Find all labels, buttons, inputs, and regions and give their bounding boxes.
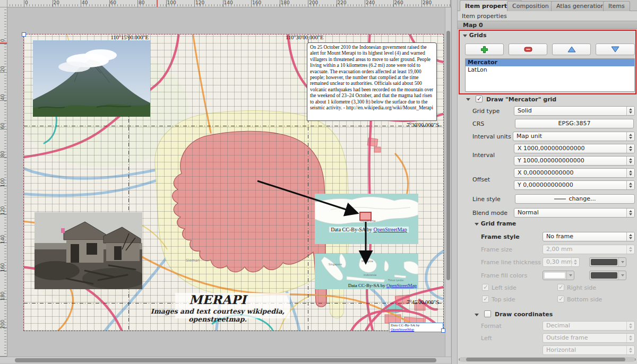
bottom-side-checkbox xyxy=(557,296,564,302)
bottom-side-label: Bottom side xyxy=(567,296,602,303)
blend-mode-combo[interactable]: Normal xyxy=(514,208,635,218)
spinner-icon xyxy=(626,346,634,354)
frame-style-combo[interactable]: No frame xyxy=(543,232,635,241)
remove-grid-button[interactable] xyxy=(509,44,547,55)
composition-page[interactable]: Sleman 110°15'00.000"E 110°30'00.000"E 7… xyxy=(24,34,443,331)
left-frame-value: Outside frame xyxy=(546,334,588,341)
arrow-down-icon xyxy=(611,46,619,53)
grid-type-combo[interactable]: Solid xyxy=(514,106,635,116)
color-swatch-white xyxy=(544,272,565,279)
town-label-sleman: Sleman xyxy=(186,258,200,263)
frame-size-label: Frame size xyxy=(481,246,512,253)
move-grid-up-button[interactable] xyxy=(552,44,591,55)
panel-splitter[interactable] xyxy=(451,0,458,364)
inset1-osm-link[interactable]: OpenStreetMap xyxy=(373,227,407,232)
spinner-icon xyxy=(626,209,634,217)
grid-list-item-mercator[interactable]: Mercator xyxy=(466,59,634,66)
inset2-osm-link[interactable]: OpenStreetMap xyxy=(386,283,417,288)
left-side-label: Left side xyxy=(492,284,517,291)
interval-y-spinbox[interactable]: Y 1000,000000000000 xyxy=(514,156,635,166)
ruler-h-number: 60 xyxy=(110,0,116,5)
grid-list-item-latlon[interactable]: LatLon xyxy=(466,66,634,74)
arrow-up-icon xyxy=(567,46,576,53)
grids-section-label: Grids xyxy=(469,32,487,39)
canvas-vscroll-thumb[interactable] xyxy=(446,31,450,280)
coord-label-lon2: 110°30'00.000"E xyxy=(286,34,344,40)
draw-coordinates-section-header[interactable] xyxy=(475,311,479,318)
ruler-v-number: 160 xyxy=(0,260,5,275)
panel-title: Item properties xyxy=(462,13,507,20)
attribution-osm-link[interactable]: OpenStreetMap xyxy=(391,327,414,332)
frame-line-thickness-value: 0,30 mm xyxy=(546,258,572,265)
canvas-vertical-scrollbar[interactable] xyxy=(445,7,451,357)
tab-items[interactable]: Items xyxy=(603,1,630,11)
selection-handle-topleft[interactable] xyxy=(22,32,26,37)
selection-handle-bottomright[interactable] xyxy=(441,328,445,333)
attribution-text: Data CC-By-SA by xyxy=(391,323,419,327)
top-side-checkbox xyxy=(482,296,489,302)
draw-coordinates-checkbox[interactable] xyxy=(484,310,491,317)
ruler-h-number: 240 xyxy=(366,0,375,5)
draw-grid-section-header[interactable] xyxy=(466,96,470,102)
crs-label: CRS xyxy=(472,120,484,127)
interval-y-value: Y 1000,000000000000 xyxy=(518,157,584,164)
frame-size-spinbox: 2,00 mm xyxy=(543,245,635,254)
minus-icon xyxy=(524,47,532,52)
ruler-h-number: 120 xyxy=(195,0,204,5)
dropdown-arrow-icon xyxy=(566,271,574,280)
spinner-icon xyxy=(626,322,634,330)
interval-x-spinbox[interactable]: X 1000,000000000000 xyxy=(514,144,635,153)
panel-horizontal-scrollbar[interactable] xyxy=(460,357,635,362)
map-subtitle[interactable]: Images and text courtesy wikipedia, open… xyxy=(130,307,305,323)
crs-button[interactable]: EPSG:3857 xyxy=(515,119,634,128)
offset-x-spinbox[interactable]: X 0,000000000000 xyxy=(514,168,635,178)
grid-type-label: Grid type xyxy=(472,108,500,115)
dropdown-arrow-icon xyxy=(618,258,626,266)
osm-attribution: Data CC-By-SA by OpenStreetMap xyxy=(389,323,443,332)
draw-grid-label: Draw "Mercator" grid xyxy=(486,96,556,103)
interval-units-combo[interactable]: Map unit xyxy=(513,132,635,141)
right-side-checkbox xyxy=(557,284,564,291)
grid-list[interactable]: Mercator LatLon xyxy=(465,58,635,92)
frame-size-value: 2,00 mm xyxy=(546,246,572,253)
draw-grid-checkbox[interactable] xyxy=(476,96,483,102)
composer-canvas[interactable]: Sleman 110°15'00.000"E 110°30'00.000"E 7… xyxy=(7,7,451,357)
grid-frame-label: Grid frame xyxy=(481,220,516,227)
destroyed-house-photo[interactable] xyxy=(35,212,142,289)
ruler-v-number: 100 xyxy=(0,175,5,190)
format-label: Format xyxy=(481,323,502,330)
tab-composition[interactable]: Composition xyxy=(507,1,554,11)
grids-section-header[interactable]: Grids xyxy=(463,32,487,39)
tab-atlas-generation[interactable]: Atlas generation xyxy=(551,1,610,11)
spinner-icon xyxy=(626,169,634,177)
panel-hscroll-thumb[interactable] xyxy=(466,358,625,361)
grids-toolbar xyxy=(465,44,635,55)
line-style-value: change... xyxy=(569,195,596,202)
canvas-hscroll-thumb[interactable] xyxy=(15,358,436,362)
inset2-label-timor: Timor Leste xyxy=(388,279,403,282)
grid-frame-section-header[interactable]: Grid frame xyxy=(475,220,516,227)
collapse-arrow-icon xyxy=(463,34,467,37)
ruler-h-number: 20 xyxy=(54,0,59,5)
add-grid-button[interactable] xyxy=(465,44,504,55)
article-text-item[interactable]: On 25 October 2010 the Indonesian govern… xyxy=(307,42,437,121)
interval-label: Interval xyxy=(472,152,495,159)
offset-y-spinbox[interactable]: Y 0,000000000000 xyxy=(514,180,635,190)
dropdown-arrow-icon xyxy=(618,271,626,280)
ruler-v-number: 60 xyxy=(0,118,5,133)
ruler-h-number: 260 xyxy=(394,0,403,5)
inset2-label-singapore: Singapore xyxy=(329,263,342,266)
top-side-label: Top side xyxy=(492,296,515,303)
collapse-arrow-icon xyxy=(466,98,470,101)
move-grid-down-button[interactable] xyxy=(596,44,635,55)
canvas-horizontal-scrollbar[interactable] xyxy=(0,357,451,363)
volcano-photo[interactable] xyxy=(33,40,150,117)
line-style-button[interactable]: change... xyxy=(515,194,635,204)
map-title[interactable]: MERAPI xyxy=(138,292,297,307)
line-sample-icon xyxy=(554,198,566,200)
draw-coordinates-label: Draw coordinates xyxy=(495,311,553,318)
grid-type-value: Solid xyxy=(518,107,532,114)
item-name-header: Map 0 xyxy=(458,21,637,29)
frame-fill-color2-button xyxy=(589,271,626,280)
color-swatch-dark xyxy=(591,259,617,265)
